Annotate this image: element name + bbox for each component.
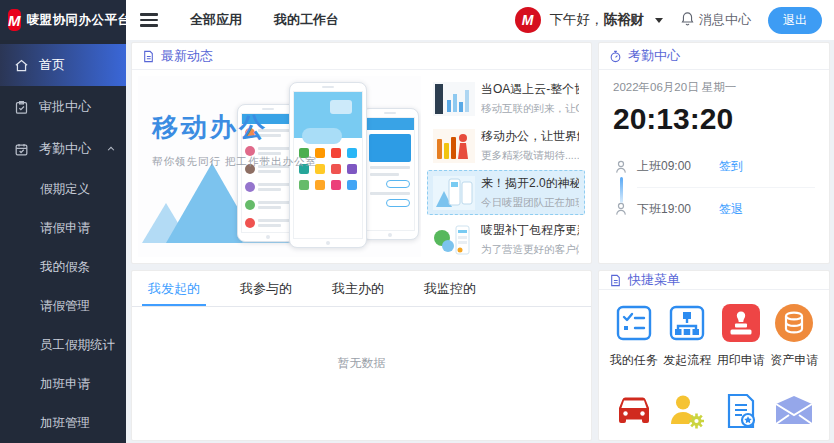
brand-logo-icon: M (8, 9, 21, 31)
tab-hosted-by-me[interactable]: 我主办的 (332, 271, 384, 306)
news-title: 来！揭开2.0的神秘面纱- (481, 175, 579, 192)
sidebar-sub-holiday-define[interactable]: 假期定义 (0, 170, 126, 209)
nav-my-workbench[interactable]: 我的工作台 (274, 11, 339, 29)
contract-icon (720, 391, 762, 431)
main-column: 最新动态 移动办公 帮你领先同行 把工作带出办公室 (131, 42, 592, 441)
quick-item-asset-apply[interactable]: 资产申请 (768, 303, 822, 369)
banner-subline: 帮你领先同行 把工作带出办公室 (152, 155, 421, 169)
username: 陈裕财 (604, 12, 645, 27)
sidebar-item-approval[interactable]: 审批中心 (0, 86, 126, 128)
quick-item-label: 新建邮件 (770, 440, 818, 441)
logout-button[interactable]: 退出 (768, 7, 822, 34)
quick-item-label: 会议申请 (663, 440, 711, 441)
sidebar-sub-overtime-apply[interactable]: 加班申请 (0, 365, 126, 404)
mail-icon (773, 391, 815, 431)
quick-item-start-flow[interactable]: 发起流程 (661, 303, 715, 369)
tab-participated-by-me[interactable]: 我参与的 (240, 271, 292, 306)
chevron-up-icon (106, 144, 116, 154)
content-area: 最新动态 移动办公 帮你领先同行 把工作带出办公室 (126, 40, 834, 443)
sidebar-item-attendance[interactable]: 考勤中心 (0, 128, 126, 170)
quick-item-label: 用车申请 (610, 440, 658, 441)
quick-item-vehicle-apply[interactable]: 用车申请 (607, 391, 661, 441)
car-icon (613, 391, 655, 431)
document-icon (609, 274, 622, 287)
quick-menu-title: 快捷菜单 (628, 271, 680, 289)
sidebar-sub-staff-holiday-stats[interactable]: 员工假期统计 (0, 326, 126, 365)
news-desc: 为了营造更好的客户体验，唛 (481, 243, 579, 257)
top-header: M 唛盟协同办公平台 全部应用 我的工作台 M 下午好，陈裕财 消息中心 退出 (0, 0, 834, 40)
tab-monitored-by-me[interactable]: 我监控的 (424, 271, 476, 306)
quick-item-seal-apply[interactable]: 用印申请 (714, 303, 768, 369)
bell-icon (680, 11, 695, 29)
news-banner[interactable]: 移动办公 帮你领先同行 把工作带出办公室 (138, 76, 421, 257)
message-center-label: 消息中心 (699, 11, 751, 29)
empty-state-text: 暂无数据 (132, 307, 591, 372)
greeting-prefix: 下午好， (550, 12, 604, 27)
menu-toggle-icon[interactable] (140, 13, 158, 27)
sidebar-item-label: 审批中心 (39, 98, 91, 116)
news-item[interactable]: 唛盟补丁包程序更新为了营造更好的客户体验，唛 (427, 217, 585, 262)
document-icon (142, 50, 155, 63)
right-column: 考勤中心 2022年06月20日 星期一 20:13:20 上班09:00 签到 (598, 42, 830, 441)
stopwatch-icon (609, 50, 622, 63)
sidebar-item-label: 首页 (39, 56, 65, 74)
page-body: 首页 审批中心 考勤中心 假期定义 请假申请 我的假条 请假管理 员工假期统计 … (0, 40, 834, 443)
flow-icon (666, 303, 708, 343)
calendar-check-icon (14, 142, 29, 157)
sidebar-sub-leave-manage[interactable]: 请假管理 (0, 287, 126, 326)
nav-all-apps[interactable]: 全部应用 (190, 11, 242, 29)
meeting-person-gear-icon (666, 391, 708, 431)
news-item[interactable]: 当OA遇上云-整个协同OA移动互联的到来，让OA与云 (427, 76, 585, 121)
check-in-link[interactable]: 签到 (719, 158, 743, 175)
attendance-body: 2022年06月20日 星期一 20:13:20 上班09:00 签到 (599, 70, 829, 240)
news-panel-title: 最新动态 (161, 47, 213, 65)
sidebar-item-home[interactable]: 首页 (0, 44, 126, 86)
greeting-text: 下午好，陈裕财 (550, 11, 645, 29)
sidebar-sub-overtime-manage[interactable]: 加班管理 (0, 404, 126, 443)
oa-platform-app: M 唛盟协同办公平台 全部应用 我的工作台 M 下午好，陈裕财 消息中心 退出 … (0, 0, 834, 443)
news-desc: 更多精彩敬请期待........ (481, 149, 579, 163)
quick-menu-grid: 我的任务 发起流程 用印申请 资产申请 (599, 290, 829, 441)
attendance-panel-title: 考勤中心 (628, 47, 680, 65)
sidebar-sub-my-leave[interactable]: 我的假条 (0, 248, 126, 287)
timeline-connector (620, 177, 623, 203)
chevron-down-icon[interactable] (655, 18, 663, 23)
check-in-row: 上班09:00 签到 (613, 146, 815, 188)
tab-initiated-by-me[interactable]: 我发起的 (148, 271, 200, 306)
header-right: M 下午好，陈裕财 消息中心 退出 (515, 0, 834, 40)
attendance-panel-header: 考勤中心 (599, 43, 829, 70)
news-title: 移动办公，让世界触手可 (481, 128, 579, 145)
quick-item-new-mail[interactable]: 新建邮件 (768, 391, 822, 441)
quick-item-new-contract[interactable]: 新建合同 (714, 391, 768, 441)
news-title: 唛盟补丁包程序更新 (481, 222, 579, 239)
check-out-link[interactable]: 签退 (719, 201, 743, 218)
message-center-link[interactable]: 消息中心 (680, 11, 751, 29)
news-item-active[interactable]: 来！揭开2.0的神秘面纱-今日唛盟团队正在加班加点， (427, 170, 585, 215)
news-title: 当OA遇上云-整个协同OA (481, 81, 579, 98)
news-body: 移动办公 帮你领先同行 把工作带出办公室 (132, 70, 591, 263)
quick-item-my-tasks[interactable]: 我的任务 (607, 303, 661, 369)
clipboard-check-icon (14, 100, 29, 115)
news-desc: 移动互联的到来，让OA与云 (481, 102, 579, 116)
quick-item-meeting-apply[interactable]: 会议申请 (661, 391, 715, 441)
quick-item-label: 新建合同 (717, 440, 765, 441)
brand-block: M 唛盟协同办公平台 (0, 0, 126, 40)
quick-item-label: 资产申请 (770, 352, 818, 369)
asset-icon (773, 303, 815, 343)
check-in-label: 上班09:00 (637, 158, 691, 175)
quick-menu-header: 快捷菜单 (599, 271, 829, 290)
attendance-rows: 上班09:00 签到 下班19:00 签退 (613, 146, 815, 230)
workflow-tab-bar: 我发起的 我参与的 我主办的 我监控的 (132, 271, 591, 307)
attendance-panel: 考勤中心 2022年06月20日 星期一 20:13:20 上班09:00 签到 (598, 42, 830, 264)
news-item[interactable]: 移动办公，让世界触手可更多精彩敬请期待........ (427, 123, 585, 168)
attendance-clock: 20:13:20 (613, 102, 815, 136)
attendance-date: 2022年06月20日 星期一 (613, 80, 815, 95)
sidebar-sub-leave-apply[interactable]: 请假申请 (0, 209, 126, 248)
person-icon (613, 201, 637, 217)
banner-headline: 移动办公 (152, 110, 421, 145)
avatar[interactable]: M (515, 7, 541, 33)
stamp-icon (720, 303, 762, 343)
quick-item-label: 用印申请 (717, 352, 765, 369)
sidebar-item-label: 考勤中心 (39, 140, 91, 158)
quick-item-label: 发起流程 (663, 352, 711, 369)
